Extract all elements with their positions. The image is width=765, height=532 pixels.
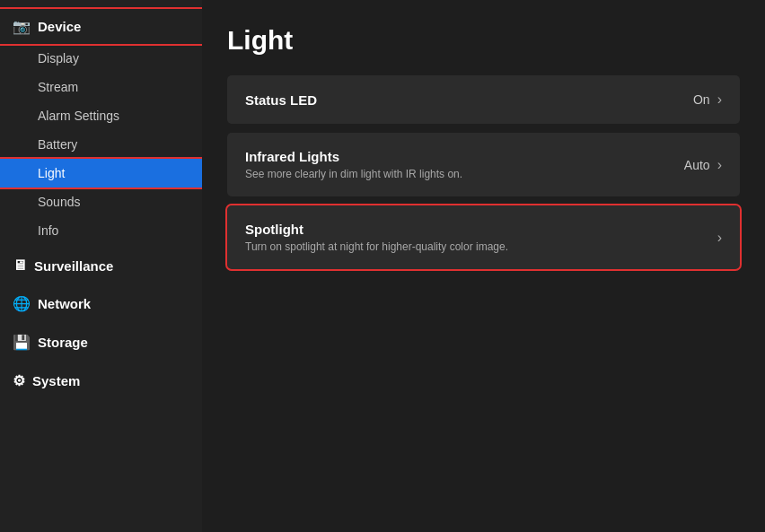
sidebar-item-network[interactable]: 🌐 Network: [0, 286, 202, 321]
status-led-left: Status LED: [245, 92, 317, 108]
sidebar-section-surveillance: 🖥 Surveillance: [0, 249, 202, 283]
sidebar-section-network: 🌐 Network: [0, 286, 202, 321]
infrared-lights-right: Auto ›: [684, 157, 722, 173]
spotlight-desc: Turn on spotlight at night for higher-qu…: [245, 240, 508, 253]
chevron-right-icon: ›: [717, 92, 722, 108]
sidebar-item-storage[interactable]: 💾 Storage: [0, 325, 202, 360]
sidebar-sub-display[interactable]: Display: [0, 44, 202, 73]
chevron-right-icon-3: ›: [717, 230, 722, 246]
infrared-lights-card[interactable]: Infrared Lights See more clearly in dim …: [227, 133, 740, 196]
storage-icon: 💾: [13, 334, 31, 351]
network-icon: 🌐: [13, 295, 31, 312]
sidebar-device-label: Device: [38, 19, 81, 34]
sidebar-surveillance-label: Surveillance: [34, 258, 113, 274]
spotlight-title: Spotlight: [245, 222, 508, 237]
page-title: Light: [227, 25, 740, 56]
sidebar-system-label: System: [32, 373, 80, 388]
sidebar-sub-info[interactable]: Info: [0, 216, 202, 245]
status-led-card[interactable]: Status LED On ›: [227, 75, 740, 124]
sidebar-sub-stream[interactable]: Stream: [0, 73, 202, 101]
sidebar-sub-sounds[interactable]: Sounds: [0, 188, 202, 216]
sidebar-sub-light[interactable]: Light: [0, 159, 202, 188]
sidebar-section-storage: 💾 Storage: [0, 325, 202, 360]
infrared-lights-desc: See more clearly in dim light with IR li…: [245, 168, 462, 180]
sidebar-sub-battery[interactable]: Battery: [0, 130, 202, 159]
sidebar-network-label: Network: [38, 296, 91, 311]
sidebar-storage-label: Storage: [38, 335, 88, 350]
sidebar-section-system: ⚙ System: [0, 363, 202, 398]
infrared-lights-title: Infrared Lights: [245, 149, 462, 164]
infrared-lights-left: Infrared Lights See more clearly in dim …: [245, 149, 462, 180]
status-led-value: On: [693, 92, 710, 107]
status-led-right: On ›: [693, 92, 722, 108]
camera-icon: 📷: [13, 18, 31, 35]
chevron-right-icon-2: ›: [717, 157, 722, 173]
sidebar: 📷 Device Display Stream Alarm Settings B…: [0, 0, 202, 532]
infrared-lights-value: Auto: [684, 158, 710, 172]
status-led-title: Status LED: [245, 92, 317, 108]
sidebar-section-device: 📷 Device Display Stream Alarm Settings B…: [0, 9, 202, 245]
surveillance-icon: 🖥: [13, 257, 27, 274]
sidebar-sub-alarm-settings[interactable]: Alarm Settings: [0, 101, 202, 130]
spotlight-card[interactable]: Spotlight Turn on spotlight at night for…: [227, 205, 740, 269]
sidebar-item-device[interactable]: 📷 Device: [0, 9, 202, 44]
sidebar-item-system[interactable]: ⚙ System: [0, 363, 202, 398]
system-icon: ⚙: [13, 372, 25, 389]
main-content: Light Status LED On › Infrared Lights Se…: [202, 0, 765, 532]
spotlight-right: ›: [717, 230, 722, 246]
sidebar-item-surveillance[interactable]: 🖥 Surveillance: [0, 249, 202, 283]
spotlight-left: Spotlight Turn on spotlight at night for…: [245, 222, 508, 253]
